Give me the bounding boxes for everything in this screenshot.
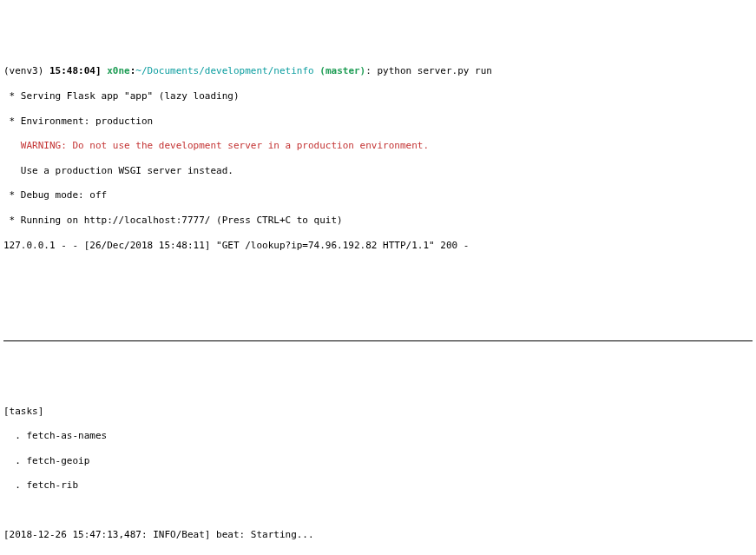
prompt-line-1: (venv3) 15:48:04] x0ne:~/Documents/devel…: [3, 65, 753, 77]
task-item: . fetch-as-names: [3, 430, 753, 442]
blank-line: [3, 505, 753, 517]
task-item: . fetch-rib: [3, 479, 753, 492]
flask-line: * Running on http://localhost:7777/ (Pre…: [3, 215, 753, 227]
flask-line: * Serving Flask app "app" (lazy loading): [3, 90, 753, 102]
celery-log: [2018-12-26 15:47:13,487: INFO/Beat] bea…: [3, 529, 753, 541]
flask-request-log: 127.0.0.1 - - [26/Dec/2018 15:48:11] "GE…: [3, 240, 753, 252]
flask-warning: WARNING: Do not use the development serv…: [3, 140, 753, 152]
command: python server.py run: [378, 65, 492, 76]
git-branch: (master): [319, 65, 365, 76]
terminal-output: (venv3) 15:48:04] x0ne:~/Documents/devel…: [3, 53, 753, 555]
flask-line: * Debug mode: off: [3, 189, 753, 202]
flask-line: Use a production WSGI server instead.: [3, 165, 753, 177]
blank-line: [3, 289, 753, 301]
timestamp: 15:48:04]: [49, 65, 107, 76]
blank-line: [3, 355, 753, 367]
blank-line: [3, 264, 753, 276]
blank-line: [3, 380, 753, 393]
divider-line: [3, 340, 753, 341]
blank-line: [3, 314, 753, 326]
task-item: . fetch-geoip: [3, 455, 753, 467]
prompt-punct: :: [365, 65, 377, 76]
tasks-header: [tasks]: [3, 406, 753, 418]
username: x0ne: [107, 65, 130, 76]
venv-label: (venv3): [3, 65, 49, 76]
flask-line: * Environment: production: [3, 116, 753, 128]
cwd-path: ~/Documents/development/netinfo: [135, 65, 319, 76]
